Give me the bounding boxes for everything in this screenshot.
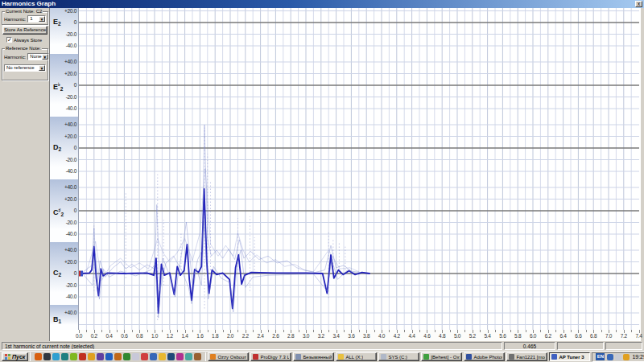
x-minor-tick [344,330,345,332]
ref-harmonic-select[interactable]: None ▼ [27,53,48,60]
quick-launch-icon[interactable] [123,353,130,360]
quick-launch-icon[interactable] [70,353,77,360]
task-button[interactable]: Fan1221 [modified] [506,352,547,361]
task-button[interactable]: ProDigy 7.3 LT - v 1... [250,352,291,361]
quick-launch-icon[interactable] [97,353,104,360]
quick-launch-bar [32,353,204,360]
x-tick-label: 2.8 [283,333,299,339]
quick-launch-icon[interactable] [159,353,166,360]
language-indicator[interactable]: EN [596,353,605,360]
x-minor-tick [177,330,178,332]
task-button[interactable]: Ozzy Osbourne - M... [208,352,249,361]
task-button[interactable]: ALL (X:) [336,352,377,361]
always-store-checkbox[interactable]: ✓ Always Store [6,37,42,43]
reference-note-legend: Reference Note: [5,46,42,51]
quick-launch-icon[interactable] [150,353,157,360]
note-label: C♯2 [53,206,64,215]
x-minor-tick [313,330,314,332]
quick-launch-icon[interactable] [88,353,95,360]
x-minor-tick [299,330,299,332]
quick-launch-icon[interactable] [194,353,201,360]
x-minor-tick [101,330,102,332]
taskbar-divider [30,352,31,361]
y-tick-label: -20.0 [57,157,76,163]
status-cell-3 [605,342,642,350]
tray-icons [607,354,630,360]
plot-area[interactable] [79,8,639,330]
x-tick-label: 6.6 [570,333,586,339]
quick-launch-icon[interactable] [132,353,139,360]
quick-launch-icon[interactable] [114,353,122,360]
x-tick-label: 1.4 [177,333,193,339]
task-button-label: Fan1221 [modified] [516,355,545,360]
y-tick-label: -40.0 [57,168,76,175]
quick-launch-icon[interactable] [141,353,148,360]
task-button-label: [Behest] - Oxvo co... [431,355,460,360]
app-icon [295,354,301,360]
quick-launch-icon[interactable] [105,353,113,360]
harmonic-select[interactable]: 1 ▼ [27,15,46,23]
x-minor-tick [86,330,87,332]
task-button-row: Ozzy Osbourne - M...ProDigy 7.3 LT - v 1… [208,352,590,361]
note-band-strip: +20.00-20.0-40.0E2+40.0+20.00-20.0-40.0E… [50,8,79,330]
quick-launch-icon[interactable] [167,353,175,360]
x-tick-label: 2.6 [267,333,283,339]
x-minor-tick [268,330,269,332]
always-store-label: Always Store [14,38,42,43]
app-icon [423,354,429,360]
x-minor-tick [162,330,163,332]
x-tick-label: 6.0 [525,333,541,339]
start-button[interactable]: Пуск [2,352,28,361]
x-tick-label: 4.4 [404,333,420,339]
x-tick-label: 3.6 [343,333,359,339]
y-tick-label: -40.0 [57,294,76,300]
store-as-reference-button[interactable]: Store As Reference [2,26,47,35]
x-minor-tick [253,330,254,332]
quick-launch-icon[interactable] [35,353,42,360]
x-tick-label: 0.0 [71,333,87,339]
x-tick-label: 1.8 [207,333,223,339]
window-title: Harmonics Graph [2,0,56,8]
current-position-marker [80,271,83,277]
x-minor-tick [510,330,511,332]
x-tick-label: 0.4 [101,333,118,339]
chevron-down-icon[interactable]: ▼ [39,65,45,71]
quick-launch-icon[interactable] [43,353,51,360]
task-button[interactable]: SYS (C:) [378,352,419,361]
x-tick-label: 4.0 [374,333,390,339]
quick-launch-icon[interactable] [52,353,60,360]
app-icon [551,354,557,360]
task-button[interactable]: [Behest] - Oxvo co... [421,352,462,361]
close-button[interactable]: x [635,1,642,7]
windows-flag-icon [5,354,10,360]
task-button[interactable]: Безымянный - Бло... [293,352,334,361]
x-minor-tick [464,330,465,332]
x-tick-label: 2.2 [237,333,254,339]
task-button[interactable]: AP Tuner 3 [549,352,590,361]
quick-launch-icon[interactable] [79,353,86,360]
y-tick-label: +20.0 [57,259,76,265]
faint-trace-b [84,221,359,318]
tray-icon[interactable] [607,354,613,360]
y-tick-label: -40.0 [57,43,76,49]
chevron-down-icon[interactable]: ▼ [42,54,48,60]
chevron-down-icon[interactable]: ▼ [39,16,45,22]
quick-launch-icon[interactable] [61,353,68,360]
quick-launch-icon[interactable] [176,353,184,360]
y-tick-label: +20.0 [57,134,76,140]
x-minor-tick [526,330,526,332]
x-minor-tick [389,330,390,332]
quick-launch-icon[interactable] [185,353,192,360]
x-tick-label: 5.2 [464,333,481,339]
tray-icon[interactable] [623,354,630,360]
reference-select[interactable]: No reference ▼ [4,64,46,72]
tray-icon[interactable] [615,354,621,360]
x-tick-label: 3.4 [328,333,345,339]
x-minor-tick [223,330,224,332]
x-tick-label: 6.8 [585,333,601,339]
app-icon [509,354,514,360]
task-button[interactable]: Adobe Photoshop C... [464,352,505,361]
checkbox-check-icon[interactable]: ✓ [6,37,12,43]
y-tick-label: +40.0 [57,184,76,191]
x-tick-label: 0.2 [86,333,102,339]
